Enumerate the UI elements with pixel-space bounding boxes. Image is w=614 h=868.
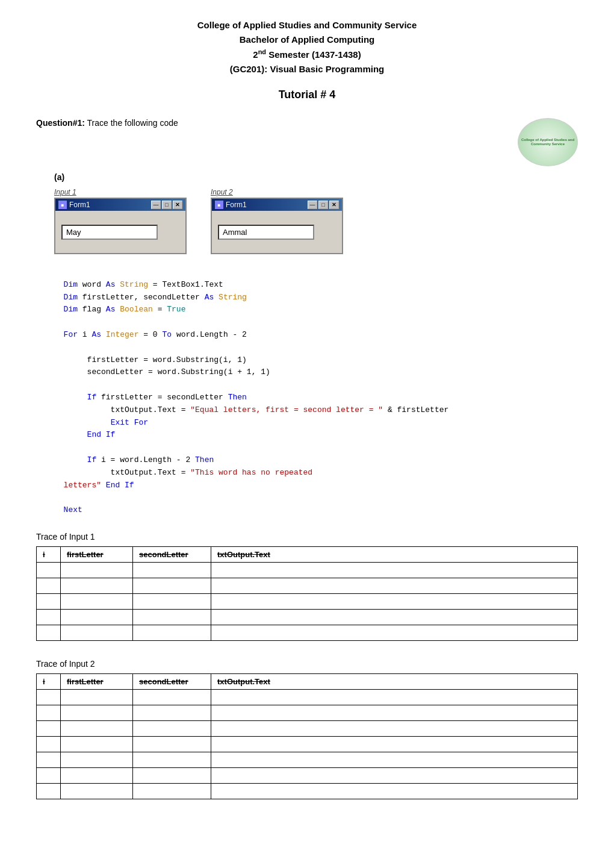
trace2-title: Trace of Input 2 xyxy=(36,659,578,669)
input2-label: Input 2 xyxy=(211,188,233,196)
trace2-row4 xyxy=(37,736,578,752)
trace1-r5-i xyxy=(37,625,61,640)
trace2-r3-second xyxy=(133,720,211,736)
trace1-row2 xyxy=(37,578,578,593)
close-button[interactable]: ✕ xyxy=(173,201,182,209)
trace1-r3-first xyxy=(61,593,133,609)
trace1-col-second: secondLetter xyxy=(133,546,211,562)
trace2-r1-first xyxy=(61,689,133,705)
input1-window: ■ Form1 — □ ✕ May xyxy=(54,198,187,254)
form2-icon: ■ xyxy=(215,201,223,209)
question-header-area: Question#1: Trace the following code Col… xyxy=(36,118,578,166)
form-title: Form1 xyxy=(69,201,90,209)
input2-container: Input 2 ■ Form1 — □ ✕ Ammal xyxy=(211,188,343,254)
header-line2: Bachelor of Applied Computing xyxy=(36,33,578,47)
titlebar-left: ■ Form1 xyxy=(58,201,90,209)
input1-titlebar: ■ Form1 — □ ✕ xyxy=(55,199,185,211)
trace2-r3-i xyxy=(37,720,61,736)
trace2-row7 xyxy=(37,783,578,799)
input1-body: May xyxy=(55,211,185,253)
trace2-r1-i xyxy=(37,689,61,705)
trace1-r1-i xyxy=(37,562,61,578)
trace2-r6-first xyxy=(61,767,133,783)
trace2-r5-i xyxy=(37,752,61,767)
trace1-col-output: txtOutput.Text xyxy=(211,546,578,562)
trace2-row5 xyxy=(37,752,578,767)
trace1-row5 xyxy=(37,625,578,640)
trace2-r7-second xyxy=(133,783,211,799)
titlebar-buttons[interactable]: — □ ✕ xyxy=(151,201,182,209)
minimize-button[interactable]: — xyxy=(151,201,161,209)
trace1-r1-first xyxy=(61,562,133,578)
header-line1: College of Applied Studies and Community… xyxy=(36,18,578,33)
trace1-r4-second xyxy=(133,609,211,625)
trace1-r5-output xyxy=(211,625,578,640)
trace1-row4 xyxy=(37,609,578,625)
trace1-r4-i xyxy=(37,609,61,625)
part-a-label: (a) xyxy=(54,172,578,182)
trace2-r6-output xyxy=(211,767,578,783)
trace1-r1-second xyxy=(133,562,211,578)
windows-area: Input 1 ■ Form1 — □ ✕ May Input 2 xyxy=(54,188,578,254)
trace1-col-first: firstLetter xyxy=(61,546,133,562)
trace2-r1-second xyxy=(133,689,211,705)
input1-textbox[interactable]: May xyxy=(61,225,158,240)
code-block: Dim word As String = TextBox1.Text Dim f… xyxy=(54,266,578,517)
restore-button[interactable]: □ xyxy=(162,201,172,209)
college-logo: College of Applied Studies and Community… xyxy=(518,118,578,166)
logo-text: College of Applied Studies and Community… xyxy=(518,138,577,146)
trace1-r2-second xyxy=(133,578,211,593)
trace2-table: i firstLetter secondLetter txtOutput.Tex… xyxy=(36,673,578,799)
trace2-r3-output xyxy=(211,720,578,736)
trace2-r2-i xyxy=(37,705,61,720)
trace2-r2-output xyxy=(211,705,578,720)
trace2-row2 xyxy=(37,705,578,720)
question-label: Question#1: xyxy=(36,118,85,128)
trace2-r5-output xyxy=(211,752,578,767)
trace1-row1 xyxy=(37,562,578,578)
trace1-row3 xyxy=(37,593,578,609)
trace1-col-i: i xyxy=(37,546,61,562)
trace2-r6-i xyxy=(37,767,61,783)
form-icon: ■ xyxy=(58,201,67,209)
close2-button[interactable]: ✕ xyxy=(329,201,339,209)
minimize2-button[interactable]: — xyxy=(308,201,317,209)
trace2-col-second: secondLetter xyxy=(133,673,211,689)
titlebar2-left: ■ Form1 xyxy=(215,201,247,209)
page-header: College of Applied Studies and Community… xyxy=(36,18,578,76)
trace2-r7-output xyxy=(211,783,578,799)
trace2-row1 xyxy=(37,689,578,705)
form2-title: Form1 xyxy=(226,201,247,209)
trace2-r5-second xyxy=(133,752,211,767)
input2-body: Ammal xyxy=(212,211,342,253)
trace2-col-i: i xyxy=(37,673,61,689)
trace1-section: Trace of Input 1 i firstLetter secondLet… xyxy=(36,532,578,641)
restore2-button[interactable]: □ xyxy=(318,201,328,209)
titlebar2-buttons[interactable]: — □ ✕ xyxy=(308,201,339,209)
trace2-r4-i xyxy=(37,736,61,752)
trace1-r2-i xyxy=(37,578,61,593)
trace2-r4-first xyxy=(61,736,133,752)
trace2-r6-second xyxy=(133,767,211,783)
question-label-area: Question#1: Trace the following code xyxy=(36,118,178,128)
trace2-r7-i xyxy=(37,783,61,799)
trace2-section: Trace of Input 2 i firstLetter secondLet… xyxy=(36,659,578,799)
input2-textbox[interactable]: Ammal xyxy=(218,225,314,240)
trace2-row6 xyxy=(37,767,578,783)
trace1-r2-output xyxy=(211,578,578,593)
trace2-r7-first xyxy=(61,783,133,799)
trace1-r4-output xyxy=(211,609,578,625)
header-line3: 2nd Semester (1437-1438) xyxy=(36,47,578,62)
trace2-r3-first xyxy=(61,720,133,736)
trace1-r4-first xyxy=(61,609,133,625)
trace2-r2-second xyxy=(133,705,211,720)
trace1-table: i firstLetter secondLetter txtOutput.Tex… xyxy=(36,546,578,641)
trace2-col-first: firstLetter xyxy=(61,673,133,689)
trace2-row3 xyxy=(37,720,578,736)
trace2-r2-first xyxy=(61,705,133,720)
trace1-title: Trace of Input 1 xyxy=(36,532,578,542)
trace2-r5-first xyxy=(61,752,133,767)
trace1-r3-i xyxy=(37,593,61,609)
input2-window: ■ Form1 — □ ✕ Ammal xyxy=(211,198,343,254)
trace1-r2-first xyxy=(61,578,133,593)
